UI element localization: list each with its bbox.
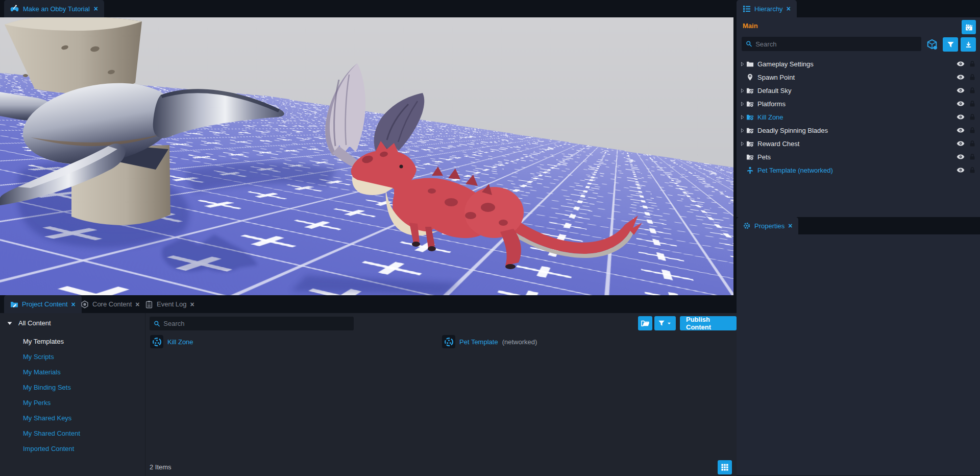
expander-icon[interactable] [739, 87, 746, 94]
content-search[interactable] [150, 317, 354, 330]
tree-root-label: All Content [18, 319, 51, 327]
row-label: Pet Template (networked) [757, 166, 957, 174]
hierarchy-tab-strip: Hierarchy × [737, 0, 980, 17]
tab-label: Project Content [22, 300, 68, 308]
visibility-eye-icon[interactable] [957, 60, 969, 68]
gear-icon [743, 222, 751, 230]
expander-icon[interactable] [739, 101, 746, 107]
expander-icon[interactable] [739, 61, 746, 67]
close-icon[interactable]: × [788, 222, 792, 230]
hierarchy-row-deadly-spinning-blades[interactable]: Deadly Spinning Blades [737, 124, 980, 137]
lock-icon[interactable] [969, 166, 980, 174]
tree-item-my-binding-sets[interactable]: My Binding Sets [0, 380, 145, 395]
row-label: Deadly Spinning Blades [757, 127, 957, 134]
lock-icon[interactable] [969, 74, 980, 81]
close-icon[interactable]: × [94, 5, 98, 13]
row-label: Pets [757, 153, 957, 161]
visibility-eye-icon[interactable] [957, 139, 969, 148]
tree-item-my-scripts[interactable]: My Scripts [0, 349, 145, 365]
lock-icon[interactable] [969, 153, 980, 160]
hierarchy-row-spawn-point[interactable]: Spawn Point [737, 70, 980, 84]
close-icon[interactable]: × [190, 300, 194, 308]
hierarchy-row-platforms[interactable]: Platforms [737, 97, 980, 110]
asset-pet-template[interactable]: Pet Template (networked) [442, 335, 537, 348]
folder-icon [746, 60, 757, 68]
asset-kill-zone[interactable]: Kill Zone [150, 335, 198, 348]
project-tab-label: Make an Obby Tutorial [23, 5, 90, 13]
expander-icon[interactable] [739, 127, 746, 134]
close-icon[interactable]: × [787, 5, 791, 13]
asset-suffix: (networked) [502, 338, 537, 346]
hierarchy-filter-button[interactable] [943, 37, 958, 52]
visibility-eye-icon[interactable] [957, 100, 969, 108]
visibility-eye-icon[interactable] [957, 73, 969, 81]
lock-icon[interactable] [969, 140, 980, 147]
visibility-eye-icon[interactable] [957, 86, 969, 94]
gamepad-icon [10, 5, 19, 13]
row-label: Spawn Point [757, 74, 957, 81]
cube-group-icon[interactable] [926, 39, 938, 50]
expander-icon[interactable] [739, 114, 746, 121]
filter-icon [947, 41, 954, 49]
core-editor-window: Make an Obby Tutorial × [0, 0, 980, 476]
hierarchy-row-pet-template[interactable]: Pet Template (networked) [737, 163, 980, 177]
hierarchy-row-pets[interactable]: Pets [737, 150, 980, 163]
hierarchy-row-kill-zone[interactable]: Kill Zone [737, 110, 980, 124]
hierarchy-row-gameplay-settings[interactable]: Gameplay Settings [737, 57, 980, 70]
publish-content-button[interactable]: Publish Content [680, 316, 737, 330]
tab-properties[interactable]: Properties × [737, 217, 798, 234]
top-tab-strip: Make an Obby Tutorial × [0, 0, 737, 17]
lock-icon[interactable] [969, 127, 980, 134]
properties-tab-strip: Properties × [737, 217, 980, 234]
content-body: All Content My Templates My Scripts My M… [0, 313, 737, 476]
tab-hierarchy[interactable]: Hierarchy × [737, 0, 797, 17]
asset-name: Kill Zone [167, 338, 193, 346]
content-grid-area: Publish Content Kill Zone Pet Template (… [145, 313, 737, 476]
viewport-3d[interactable] [0, 17, 733, 295]
tab-core-content[interactable]: Core Content × [75, 295, 146, 313]
visibility-eye-icon[interactable] [957, 166, 969, 174]
hierarchy-search-input[interactable] [755, 40, 917, 48]
project-tab[interactable]: Make an Obby Tutorial × [4, 0, 104, 17]
grid-icon [721, 463, 729, 471]
visibility-eye-icon[interactable] [957, 126, 969, 134]
player-icon [746, 166, 757, 174]
row-label: Reward Chest [757, 140, 957, 148]
visibility-eye-icon[interactable] [957, 153, 969, 161]
caret-down-icon [666, 320, 672, 326]
lock-icon[interactable] [969, 60, 980, 67]
content-status-bar: 2 Items [145, 459, 737, 476]
visibility-eye-icon[interactable] [957, 113, 969, 121]
grid-view-button[interactable] [718, 460, 732, 474]
tree-item-my-templates[interactable]: My Templates [0, 334, 145, 349]
tree-item-my-perks[interactable]: My Perks [0, 395, 145, 411]
item-count-label: 2 Items [150, 463, 172, 471]
lock-icon[interactable] [969, 100, 980, 107]
asset-name: Pet Template [459, 338, 498, 346]
tree-root-all-content[interactable]: All Content [0, 313, 145, 327]
hierarchy-row-default-sky[interactable]: Default Sky [737, 84, 980, 97]
content-search-input[interactable] [163, 320, 350, 327]
core-content-icon [81, 300, 89, 308]
content-filter-button[interactable] [654, 316, 676, 330]
expander-icon[interactable] [739, 140, 746, 147]
hierarchy-search[interactable] [742, 37, 921, 51]
networked-folder-icon [746, 153, 757, 161]
scene-settings-button[interactable] [962, 20, 976, 34]
open-folder-button[interactable] [638, 316, 652, 330]
tree-item-my-shared-content[interactable]: My Shared Content [0, 426, 145, 441]
tree-item-my-materials[interactable]: My Materials [0, 365, 145, 380]
tab-project-content[interactable]: Project Content × [4, 295, 82, 313]
tree-item-imported-content[interactable]: Imported Content [0, 441, 145, 457]
hierarchy-row-reward-chest[interactable]: Reward Chest [737, 137, 980, 150]
filter-icon [658, 320, 665, 327]
lock-icon[interactable] [969, 113, 980, 121]
tab-event-log[interactable]: Event Log × [139, 295, 201, 313]
template-icon [150, 335, 163, 348]
collapse-import-button[interactable] [961, 37, 976, 52]
scene-name-label: Main [743, 22, 758, 30]
event-log-icon [145, 300, 153, 308]
tree-item-my-shared-keys[interactable]: My Shared Keys [0, 411, 145, 426]
template-icon [442, 335, 455, 348]
lock-icon[interactable] [969, 87, 980, 94]
